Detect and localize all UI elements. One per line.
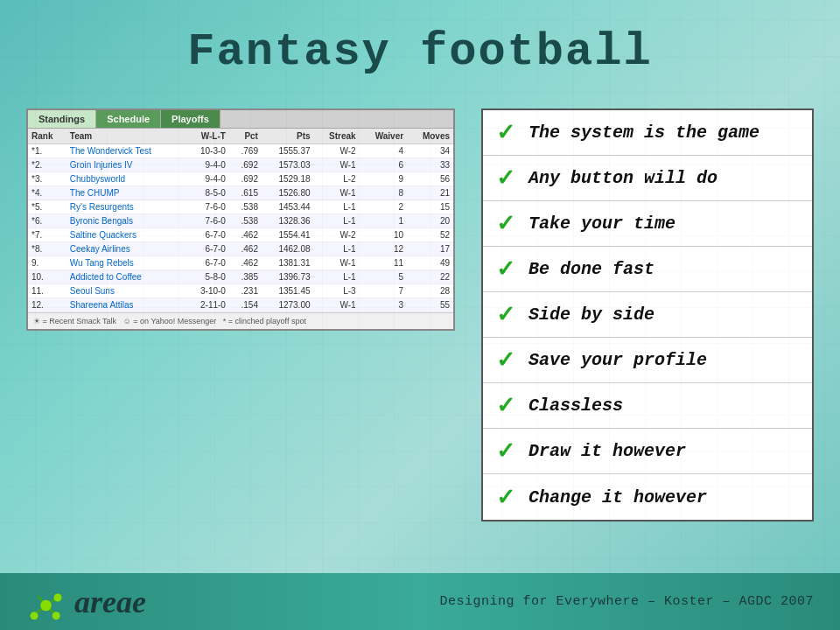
cell-team[interactable]: Addicted to Coffee bbox=[66, 270, 186, 284]
cell-rank: *4. bbox=[28, 186, 66, 200]
cell-waiver: 10 bbox=[360, 228, 408, 242]
check-mark-icon: ✓ bbox=[494, 392, 518, 419]
tab-schedule[interactable]: Schedule bbox=[96, 110, 161, 128]
checklist-item: ✓ Side by side bbox=[483, 292, 812, 338]
check-mark-icon: ✓ bbox=[494, 438, 518, 465]
check-label: Take your time bbox=[528, 214, 676, 234]
cell-moves: 34 bbox=[407, 144, 453, 158]
cell-waiver: 9 bbox=[360, 172, 408, 186]
cell-wlt: 6-7-0 bbox=[186, 228, 229, 242]
cell-pct: .769 bbox=[229, 144, 262, 158]
cell-rank: 10. bbox=[28, 270, 66, 284]
cell-rank: *3. bbox=[28, 172, 66, 186]
check-mark-icon: ✓ bbox=[494, 256, 518, 283]
cell-moves: 55 bbox=[407, 298, 453, 312]
check-label: Be done fast bbox=[528, 259, 654, 279]
cell-team[interactable]: The CHUMP bbox=[66, 186, 186, 200]
check-label: Side by side bbox=[528, 304, 654, 325]
col-wlt: W-L-T bbox=[186, 129, 229, 144]
cell-team[interactable]: Saltine Quackers bbox=[66, 228, 186, 242]
cell-wlt: 6-7-0 bbox=[186, 256, 229, 270]
cell-pct: .462 bbox=[229, 228, 262, 242]
cell-team[interactable]: Shareena Attilas bbox=[66, 298, 186, 312]
standings-table: Rank Team W-L-T Pct Pts Streak Waiver Mo… bbox=[28, 129, 453, 312]
table-tabs: Standings Schedule Playoffs bbox=[28, 110, 453, 129]
svg-point-4 bbox=[31, 612, 38, 620]
cell-waiver: 12 bbox=[360, 242, 408, 256]
cell-rank: *7. bbox=[28, 228, 66, 242]
check-label: Any button will do bbox=[528, 168, 718, 188]
check-label: Draw it however bbox=[528, 441, 686, 461]
tab-standings[interactable]: Standings bbox=[28, 110, 96, 128]
cell-moves: 28 bbox=[407, 284, 453, 298]
cell-team[interactable]: Seoul Suns bbox=[66, 284, 186, 298]
cell-wlt: 6-7-0 bbox=[186, 242, 229, 256]
cell-pts: 1529.18 bbox=[262, 172, 314, 186]
cell-streak: L-1 bbox=[314, 214, 360, 228]
svg-point-6 bbox=[52, 612, 60, 620]
check-mark-icon: ✓ bbox=[494, 210, 518, 237]
cell-pct: .538 bbox=[229, 214, 262, 228]
cell-rank: *5. bbox=[28, 200, 66, 214]
cell-streak: W-1 bbox=[314, 158, 360, 172]
cell-pts: 1273.00 bbox=[262, 298, 314, 312]
cell-team[interactable]: Ceekay Airlines bbox=[66, 242, 186, 256]
tab-playoffs[interactable]: Playoffs bbox=[161, 110, 220, 128]
table-row: *6. Byronic Bengals 7-6-0 .538 1328.36 L… bbox=[28, 214, 453, 228]
col-rank: Rank bbox=[28, 129, 66, 144]
cell-wlt: 9-4-0 bbox=[186, 158, 229, 172]
cell-pct: .692 bbox=[229, 158, 262, 172]
bottom-subtitle: Designing for Everywhere – Koster – AGDC… bbox=[439, 594, 814, 609]
cell-pct: .462 bbox=[229, 256, 262, 270]
col-moves: Moves bbox=[407, 129, 453, 144]
cell-waiver: 11 bbox=[360, 256, 408, 270]
cell-team[interactable]: Chubbysworld bbox=[66, 172, 186, 186]
check-mark-icon: ✓ bbox=[494, 346, 518, 374]
cell-pts: 1328.36 bbox=[262, 214, 314, 228]
cell-wlt: 3-10-0 bbox=[186, 284, 229, 298]
cell-team[interactable]: Ry's Resurgents bbox=[66, 200, 186, 214]
cell-waiver: 6 bbox=[360, 158, 408, 172]
logo-text: areae bbox=[74, 584, 146, 620]
cell-pct: .462 bbox=[229, 242, 262, 256]
standings-table-container: Standings Schedule Playoffs Rank Team W-… bbox=[26, 108, 455, 331]
cell-streak: W-2 bbox=[314, 228, 360, 242]
col-team: Team bbox=[66, 129, 186, 144]
cell-waiver: 5 bbox=[360, 270, 408, 284]
cell-wlt: 7-6-0 bbox=[186, 200, 229, 214]
table-row: *2. Groin Injuries IV 9-4-0 .692 1573.03… bbox=[28, 158, 453, 172]
table-row: *1. The Wondervick Test 10-3-0 .769 1555… bbox=[28, 144, 453, 158]
cell-pct: .538 bbox=[229, 200, 262, 214]
page-title: Fantasy football bbox=[0, 0, 840, 95]
cell-rank: *8. bbox=[28, 242, 66, 256]
col-streak: Streak bbox=[314, 129, 360, 144]
cell-streak: W-1 bbox=[314, 186, 360, 200]
cell-pct: .615 bbox=[229, 186, 262, 200]
cell-rank: 9. bbox=[28, 256, 66, 270]
cell-pct: .231 bbox=[229, 284, 262, 298]
cell-pts: 1453.44 bbox=[262, 200, 314, 214]
cell-pts: 1381.31 bbox=[262, 256, 314, 270]
cell-streak: L-3 bbox=[314, 284, 360, 298]
checklist-item: ✓ The system is the game bbox=[483, 110, 812, 156]
cell-moves: 17 bbox=[407, 242, 453, 256]
table-row: 12. Shareena Attilas 2-11-0 .154 1273.00… bbox=[28, 298, 453, 312]
cell-rank: *1. bbox=[28, 144, 66, 158]
checklist-item: ✓ Draw it however bbox=[483, 429, 812, 474]
cell-pts: 1462.08 bbox=[262, 242, 314, 256]
cell-team[interactable]: Byronic Bengals bbox=[66, 214, 186, 228]
cell-rank: 11. bbox=[28, 284, 66, 298]
cell-team[interactable]: Wu Tang Rebels bbox=[66, 256, 186, 270]
table-footer: ☀ = Recent Smack Talk ☺ = on Yahoo! Mess… bbox=[28, 312, 453, 329]
checklist-item: ✓ Save your profile bbox=[483, 338, 812, 383]
check-mark-icon: ✓ bbox=[494, 119, 518, 146]
cell-team[interactable]: Groin Injuries IV bbox=[66, 158, 186, 172]
check-label: The system is the game bbox=[528, 122, 760, 143]
cell-streak: W-2 bbox=[314, 144, 360, 158]
cell-waiver: 8 bbox=[360, 186, 408, 200]
checklist-item: ✓ Any button will do bbox=[483, 156, 812, 201]
cell-team[interactable]: The Wondervick Test bbox=[66, 144, 186, 158]
cell-waiver: 7 bbox=[360, 284, 408, 298]
cell-wlt: 9-4-0 bbox=[186, 172, 229, 186]
cell-moves: 22 bbox=[407, 270, 453, 284]
